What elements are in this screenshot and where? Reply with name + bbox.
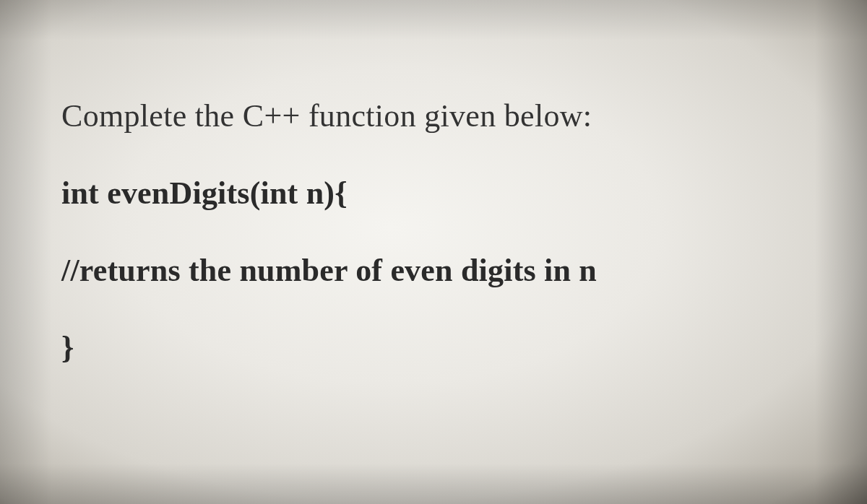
code-line-closing-brace: } — [61, 329, 806, 366]
code-line-signature: int evenDigits(int n){ — [61, 175, 806, 212]
document-content: Complete the C++ function given below: i… — [61, 97, 806, 366]
code-line-comment: //returns the number of even digits in n — [61, 252, 806, 289]
intro-text: Complete the C++ function given below: — [61, 97, 806, 134]
